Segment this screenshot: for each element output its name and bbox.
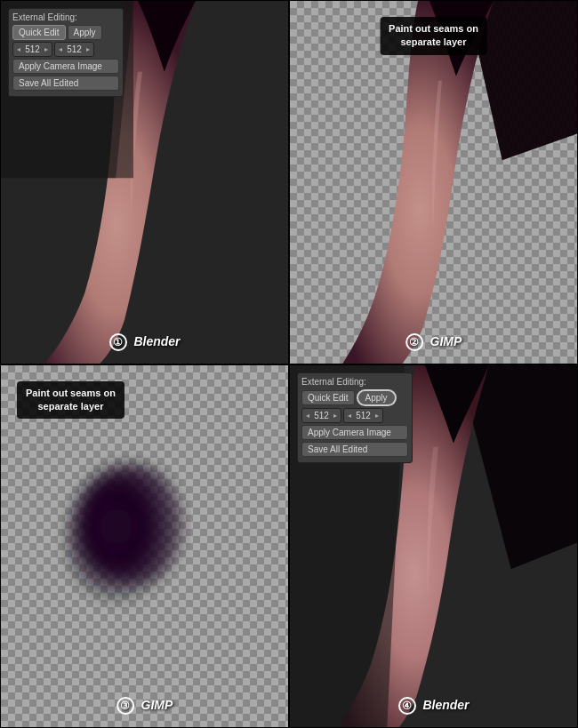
save-all-edited-button-1[interactable]: Save All Edited xyxy=(12,76,119,91)
cell-2-number: ② xyxy=(405,333,423,351)
arrow-right-4: ▸ xyxy=(375,412,379,420)
save-all-edited-button-4[interactable]: Save All Edited xyxy=(301,442,408,457)
cell-blender-1: External Editing: Quick Edit Apply ◂ 512… xyxy=(0,0,289,364)
arrow-left-4: ◂ xyxy=(348,412,351,420)
arrow-left-2: ◂ xyxy=(59,45,62,53)
tooltip-2: Paint out seams onseparate layer xyxy=(380,17,487,55)
size-row-4: ◂ 512 ▸ ◂ 512 ▸ xyxy=(301,408,408,423)
size-row: ◂ 512 ▸ ◂ 512 ▸ xyxy=(12,42,119,57)
panel-title: External Editing: xyxy=(12,12,119,22)
arrow-right-1: ▸ xyxy=(44,45,48,53)
cell-gimp-3: Paint out seams onseparate layer ③ GIMP xyxy=(0,364,289,729)
cell-3-label: ③ GIMP xyxy=(116,697,173,715)
apply-camera-button-1[interactable]: Apply Camera Image xyxy=(12,59,119,74)
size-y-field-4[interactable]: ◂ 512 ▸ xyxy=(343,408,383,423)
arrow-right-3: ▸ xyxy=(333,412,337,420)
tooltip-2-text: Paint out seams onseparate layer xyxy=(389,23,478,47)
cell-4-label: ④ Blender xyxy=(397,697,469,715)
apply-button-4[interactable]: Apply xyxy=(357,389,397,406)
cell-1-number: ① xyxy=(108,333,126,351)
tooltip-3: Paint out seams onseparate layer xyxy=(17,381,124,420)
quick-edit-button-4[interactable]: Quick Edit xyxy=(301,390,355,405)
cell-2-label: ② GIMP xyxy=(405,333,462,351)
arrow-left-3: ◂ xyxy=(306,412,309,420)
apply-button-1[interactable]: Apply xyxy=(68,25,102,40)
svg-point-3 xyxy=(93,467,182,582)
quick-edit-row-4: Quick Edit Apply xyxy=(301,389,408,406)
quick-edit-row: Quick Edit Apply xyxy=(12,25,119,40)
cell-3-number: ③ xyxy=(116,697,134,715)
arrow-left-1: ◂ xyxy=(17,45,20,53)
main-grid: External Editing: Quick Edit Apply ◂ 512… xyxy=(0,0,578,728)
size-x-field-4[interactable]: ◂ 512 ▸ xyxy=(301,408,341,423)
cell-blender-4: External Editing: Quick Edit Apply ◂ 512… xyxy=(289,364,578,729)
cell-4-number: ④ xyxy=(397,697,415,715)
panel-title-4: External Editing: xyxy=(301,377,408,387)
apply-camera-button-4[interactable]: Apply Camera Image xyxy=(301,425,408,440)
cell-gimp-2: Paint out seams onseparate layer ② GIMP xyxy=(289,0,578,364)
size-x-field[interactable]: ◂ 512 ▸ xyxy=(12,42,52,57)
external-editing-panel: External Editing: Quick Edit Apply ◂ 512… xyxy=(8,8,124,97)
external-editing-panel-4: External Editing: Quick Edit Apply ◂ 512… xyxy=(297,372,413,463)
quick-edit-button[interactable]: Quick Edit xyxy=(12,25,66,40)
tooltip-3-text: Paint out seams onseparate layer xyxy=(26,388,116,412)
arrow-right-2: ▸ xyxy=(86,45,90,53)
cell-1-label: ① Blender xyxy=(108,333,180,351)
size-y-field[interactable]: ◂ 512 ▸ xyxy=(54,42,94,57)
